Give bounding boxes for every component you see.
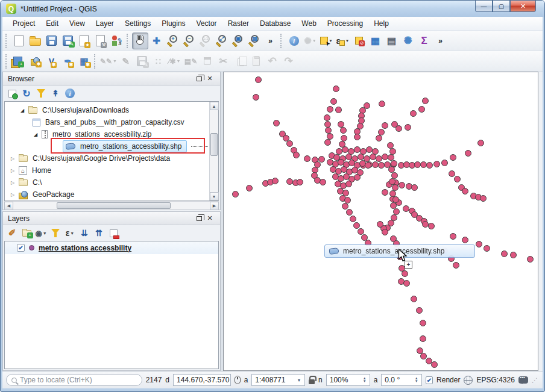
filter-browser-icon[interactable] xyxy=(34,87,48,100)
filter-legend-icon[interactable] xyxy=(49,226,62,240)
lock-scale-icon[interactable] xyxy=(309,379,315,384)
zoom-out-icon[interactable]: − xyxy=(181,33,197,49)
undo-icon[interactable]: ↶ xyxy=(264,53,280,70)
menu-layer[interactable]: Layer xyxy=(90,17,119,30)
locator-search-input[interactable]: Type to locate (Ctrl+K) xyxy=(6,374,142,386)
chevron-down-icon[interactable]: ▼ xyxy=(297,378,301,382)
pan-to-selection-icon[interactable]: ✚ xyxy=(148,33,165,49)
toolbar-handle[interactable] xyxy=(280,34,284,48)
menu-web[interactable]: Web xyxy=(296,17,321,30)
zoom-full-icon[interactable]: ⤢ xyxy=(213,33,230,49)
crs-globe-icon[interactable] xyxy=(464,376,473,385)
menu-project[interactable]: Project xyxy=(7,17,40,30)
close-button[interactable]: ✕ xyxy=(510,1,536,12)
float-panel-icon[interactable] xyxy=(194,214,204,223)
magnifier-spinbox[interactable]: 100% ▲▼ xyxy=(326,374,370,386)
run-feature-action-icon[interactable]: ✺▼ xyxy=(302,33,318,49)
tree-item[interactable]: ▷⌂Home xyxy=(5,164,209,176)
copy-features-icon[interactable] xyxy=(232,53,248,70)
modify-attributes-icon[interactable]: ▤✎ xyxy=(183,53,199,70)
zoom-to-layer-icon[interactable]: ▤ xyxy=(246,33,262,49)
menu-vector[interactable]: Vector xyxy=(191,17,222,30)
menu-plugins[interactable]: Plugins xyxy=(156,17,191,30)
zoom-native-icon[interactable]: 1:1 xyxy=(197,33,213,49)
new-print-layout-icon[interactable]: ★ xyxy=(76,33,92,49)
statistics-icon[interactable]: ▤ xyxy=(383,33,400,49)
tree-item[interactable]: ▷C:\ xyxy=(5,176,209,188)
toggle-extents-mouse-icon[interactable] xyxy=(235,376,241,384)
toolbar-handle[interactable] xyxy=(94,54,98,69)
paste-features-icon[interactable] xyxy=(248,53,264,70)
layer-item[interactable]: ✔metro stations accessbility xyxy=(5,241,218,254)
redo-icon[interactable]: ↷ xyxy=(280,53,297,70)
menu-processing[interactable]: Processing xyxy=(322,17,368,30)
float-panel-icon[interactable] xyxy=(194,74,204,84)
coordinate-input[interactable]: 144.670,-37.570 xyxy=(173,374,231,386)
tree-item-selected[interactable]: metro_stations_accessbility.shp xyxy=(5,140,209,152)
save-project-as-icon[interactable]: ✎ xyxy=(60,33,76,49)
select-features-icon[interactable]: ➤▼ xyxy=(318,33,335,49)
collapse-arrow-icon[interactable]: ◢ xyxy=(19,108,25,113)
select-by-expression-icon[interactable]: ε▼ xyxy=(335,33,351,49)
close-panel-icon[interactable]: ✕ xyxy=(204,214,215,223)
menu-edit[interactable]: Edit xyxy=(40,17,64,30)
remove-layer-icon[interactable] xyxy=(107,226,120,240)
menu-database[interactable]: Database xyxy=(254,17,296,30)
open-attribute-table-icon[interactable]: ▦ xyxy=(367,33,383,49)
open-project-icon[interactable] xyxy=(27,33,43,49)
menu-settings[interactable]: Settings xyxy=(119,17,156,30)
scroll-thumb[interactable] xyxy=(210,133,218,156)
tree-item[interactable]: ◢C:\Users\ujaval\Downloads xyxy=(5,104,209,116)
new-shapefile-layer-icon[interactable]: V✱ xyxy=(43,53,60,70)
statistical-summary-icon[interactable]: Σ xyxy=(416,33,432,49)
render-checkbox[interactable]: ✔ xyxy=(426,376,433,384)
tree-item[interactable]: ▷C:\Users\ujaval\Google Drive\Projects\d… xyxy=(5,152,209,164)
add-group-icon[interactable]: + xyxy=(20,226,33,240)
map-canvas[interactable]: metro_stations_accessbility.shp + xyxy=(223,72,538,371)
scale-combobox[interactable]: 1:408771 ▼ xyxy=(251,374,304,386)
refresh-icon[interactable]: ↻ xyxy=(20,87,33,100)
properties-widget-icon[interactable]: i xyxy=(63,87,77,100)
open-layer-styling-icon[interactable]: ✐ xyxy=(5,226,19,240)
menu-view[interactable]: View xyxy=(64,17,90,30)
add-record-icon[interactable]: ∷ xyxy=(150,53,166,70)
new-spatialite-layer-icon[interactable]: ✒✱ xyxy=(60,53,76,70)
manage-map-themes-icon[interactable]: ◉▼ xyxy=(34,226,48,240)
filter-by-expression-icon[interactable]: ε▼ xyxy=(63,226,77,240)
new-project-icon[interactable] xyxy=(11,33,27,49)
zoom-to-selection-icon[interactable]: ▣ xyxy=(230,33,246,49)
toolbar-handle[interactable] xyxy=(5,34,9,48)
zoom-in-icon[interactable]: + xyxy=(165,33,181,49)
menu-raster[interactable]: Raster xyxy=(222,17,254,30)
data-source-manager-icon[interactable]: + xyxy=(11,53,27,70)
scroll-down-icon[interactable]: ▼ xyxy=(210,192,219,201)
deselect-features-icon[interactable]: ➤⊘ xyxy=(351,33,367,49)
browser-horizontal-scrollbar[interactable]: ◀ ▶ xyxy=(4,201,219,210)
style-manager-icon[interactable]: ✎a xyxy=(109,33,125,49)
save-project-icon[interactable] xyxy=(43,33,60,49)
toolbar-overflow-icon[interactable]: » xyxy=(262,33,279,49)
processing-toolbox-icon[interactable]: ✺ xyxy=(400,33,416,49)
layer-visibility-checkbox[interactable]: ✔ xyxy=(17,244,25,252)
pan-map-icon[interactable] xyxy=(132,33,148,49)
expand-arrow-icon[interactable]: ▷ xyxy=(10,156,16,161)
expand-all-icon[interactable]: ⇊ xyxy=(78,226,91,240)
expand-arrow-icon[interactable]: ▷ xyxy=(10,168,16,173)
crs-status[interactable]: EPSG:4326 xyxy=(476,376,514,384)
chevron-down-icon[interactable]: ▼ xyxy=(70,231,74,235)
show-layout-manager-icon[interactable]: ⚒ xyxy=(92,33,109,49)
chevron-down-icon[interactable]: ▼ xyxy=(43,231,47,235)
scroll-left-icon[interactable]: ◀ xyxy=(4,202,13,210)
collapse-all-icon[interactable]: ↟ xyxy=(49,87,62,100)
menu-help[interactable]: Help xyxy=(368,17,394,30)
expand-arrow-icon[interactable]: ▷ xyxy=(10,192,16,198)
new-virtual-layer-icon[interactable]: ▦✱ xyxy=(76,53,92,70)
close-panel-icon[interactable]: ✕ xyxy=(204,74,215,84)
save-layer-edits-icon[interactable]: ✎ xyxy=(134,53,150,70)
identify-features-icon[interactable]: i xyxy=(286,33,302,49)
toolbar-handle[interactable] xyxy=(5,54,9,69)
scroll-thumb[interactable] xyxy=(57,202,171,209)
collapse-all-icon[interactable]: ⇈ xyxy=(92,226,106,240)
tree-item[interactable]: ◢metro_stations_accessbility.zip xyxy=(5,128,209,140)
toggle-editing-icon[interactable]: ✎ xyxy=(118,53,134,70)
